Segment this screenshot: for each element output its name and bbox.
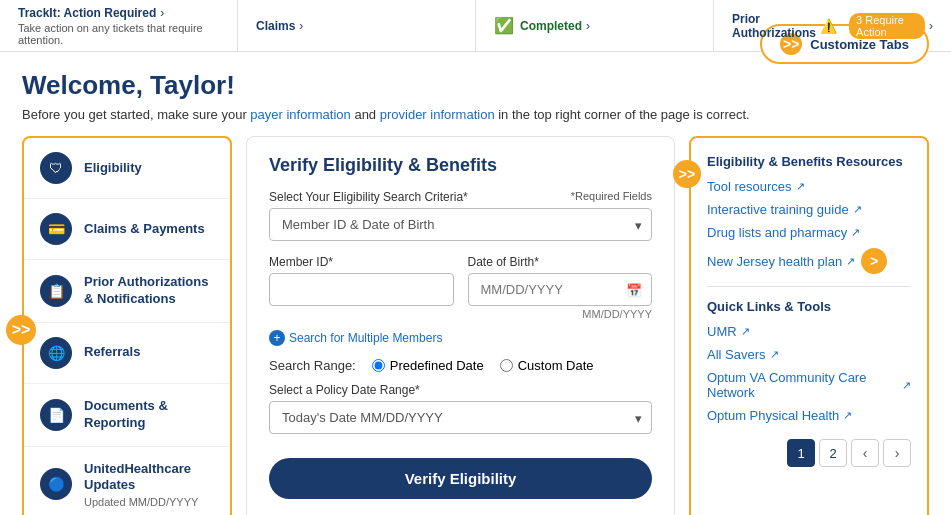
- search-range-row: Search Range: Predefined Date Custom Dat…: [269, 358, 652, 373]
- nj-health-plan-link[interactable]: New Jersey health plan ↗: [707, 254, 855, 269]
- member-dob-row: Member ID* Date of Birth* 📅 MM/DD/YYYY: [269, 255, 652, 320]
- optum-physical-label: Optum Physical Health: [707, 408, 839, 423]
- warning-icon: ⚠️: [820, 18, 837, 34]
- chevron-icon: ›: [160, 6, 164, 20]
- check-icon: ✅: [494, 16, 514, 35]
- nj-health-plan-label: New Jersey health plan: [707, 254, 842, 269]
- policy-date-label: Select a Policy Date Range*: [269, 383, 652, 397]
- documents-icon: 📄: [40, 399, 72, 431]
- optum-physical-link[interactable]: Optum Physical Health ↗: [707, 408, 911, 423]
- predefined-date-radio-label[interactable]: Predefined Date: [372, 358, 484, 373]
- nav-trackit-sub: Take action on any tickets that require …: [18, 22, 219, 46]
- uhc-updates-date: Updated MM/DD/YYYY: [84, 496, 214, 508]
- all-savers-label: All Savers: [707, 347, 766, 362]
- external-link-icon: ↗: [843, 409, 852, 422]
- add-multiple-label: Search for Multiple Members: [289, 331, 442, 345]
- body-layout: >> 🛡 Eligibility 💳 Claims & Payments 📋 P…: [22, 136, 929, 515]
- nav-prior-auth-title: Prior Authorizations: [732, 12, 820, 40]
- add-multiple-members-link[interactable]: + Search for Multiple Members: [269, 330, 652, 346]
- eligibility-label: Eligibility: [84, 160, 142, 177]
- chevron-icon: ›: [586, 19, 590, 33]
- nav-step-completed[interactable]: ✅ Completed ›: [476, 0, 714, 51]
- claims-payments-label: Claims & Payments: [84, 221, 205, 238]
- drug-lists-link[interactable]: Drug lists and pharmacy ↗: [707, 225, 911, 240]
- right-panel-arrow-icon[interactable]: >>: [673, 160, 701, 188]
- custom-date-radio[interactable]: [500, 359, 513, 372]
- external-link-icon: ↗: [853, 203, 862, 216]
- optum-va-label: Optum VA Community Care Network: [707, 370, 898, 400]
- all-savers-link[interactable]: All Savers ↗: [707, 347, 911, 362]
- policy-date-select[interactable]: Today's Date MM/DD/YYYY: [269, 401, 652, 434]
- payer-info-link[interactable]: payer information: [250, 107, 350, 122]
- page-1-button[interactable]: 1: [787, 439, 815, 467]
- nj-health-plan-row: New Jersey health plan ↗ >: [707, 248, 911, 274]
- welcome-title: Welcome, Taylor!: [22, 70, 929, 101]
- dob-input[interactable]: [468, 273, 653, 306]
- sub-after: in the top right corner of the page is c…: [495, 107, 750, 122]
- sidebar-item-uhc-updates[interactable]: 🔵 UnitedHealthcare Updates Updated MM/DD…: [24, 447, 230, 515]
- external-link-icon: ↗: [741, 325, 750, 338]
- referrals-icon: 🌐: [40, 337, 72, 369]
- policy-date-select-wrap: Today's Date MM/DD/YYYY ▾: [269, 401, 652, 434]
- external-link-icon: ↗: [902, 379, 911, 392]
- nav-step-prior-auth[interactable]: Prior Authorizations ⚠️ 3 Require Action…: [714, 0, 951, 51]
- sidebar: >> 🛡 Eligibility 💳 Claims & Payments 📋 P…: [22, 136, 232, 515]
- page-prev-button[interactable]: ‹: [851, 439, 879, 467]
- referrals-label: Referrals: [84, 344, 140, 361]
- nav-step-trackit[interactable]: TrackIt: Action Required › Take action o…: [0, 0, 238, 51]
- chevron-icon: ›: [299, 19, 303, 33]
- umr-link[interactable]: UMR ↗: [707, 324, 911, 339]
- external-link-icon: ↗: [796, 180, 805, 193]
- nj-arrow-button[interactable]: >: [861, 248, 887, 274]
- nav-claims-title: Claims: [256, 19, 295, 33]
- training-guide-link[interactable]: Interactive training guide ↗: [707, 202, 911, 217]
- sidebar-item-documents[interactable]: 📄 Documents & Reporting: [24, 384, 230, 447]
- external-link-icon: ↗: [770, 348, 779, 361]
- external-link-icon: ↗: [846, 255, 855, 268]
- custom-date-radio-label[interactable]: Custom Date: [500, 358, 594, 373]
- page-2-button[interactable]: 2: [819, 439, 847, 467]
- training-guide-label: Interactive training guide: [707, 202, 849, 217]
- custom-date-label: Custom Date: [518, 358, 594, 373]
- sidebar-item-claims-payments[interactable]: 💳 Claims & Payments: [24, 199, 230, 260]
- tool-resources-label: Tool resources: [707, 179, 792, 194]
- drug-lists-label: Drug lists and pharmacy: [707, 225, 847, 240]
- dob-input-wrap: 📅: [468, 273, 653, 306]
- uhc-icon: 🔵: [40, 468, 72, 500]
- umr-label: UMR: [707, 324, 737, 339]
- search-range-label: Search Range:: [269, 358, 356, 373]
- predefined-date-radio[interactable]: [372, 359, 385, 372]
- verify-eligibility-button[interactable]: Verify Eligibility: [269, 458, 652, 499]
- panel-section2-title: Quick Links & Tools: [707, 299, 911, 314]
- criteria-label-row: Select Your Eligibility Search Criteria*…: [269, 190, 652, 204]
- chevron-icon: ›: [929, 19, 933, 33]
- sidebar-item-referrals[interactable]: 🌐 Referrals: [24, 323, 230, 384]
- add-icon: +: [269, 330, 285, 346]
- right-panel: >> Eligibility & Benefits Resources Tool…: [689, 136, 929, 515]
- prior-auth-label: Prior Authorizations & Notifications: [84, 274, 214, 308]
- sidebar-item-prior-auth[interactable]: 📋 Prior Authorizations & Notifications: [24, 260, 230, 323]
- page-next-button[interactable]: ›: [883, 439, 911, 467]
- dob-label: Date of Birth*: [468, 255, 653, 269]
- nav-step-claims[interactable]: Claims ›: [238, 0, 476, 51]
- eligibility-icon: 🛡: [40, 152, 72, 184]
- member-id-label: Member ID*: [269, 255, 454, 269]
- calendar-icon: 📅: [626, 282, 642, 297]
- form-title: Verify Eligibility & Benefits: [269, 155, 652, 176]
- sub-before: Before you get started, make sure your: [22, 107, 250, 122]
- claims-icon: 💳: [40, 213, 72, 245]
- optum-va-link[interactable]: Optum VA Community Care Network ↗: [707, 370, 911, 400]
- tool-resources-link[interactable]: Tool resources ↗: [707, 179, 911, 194]
- criteria-label: Select Your Eligibility Search Criteria*: [269, 190, 468, 204]
- action-badge: 3 Require Action: [849, 13, 925, 39]
- criteria-select[interactable]: Member ID & Date of Birth: [269, 208, 652, 241]
- member-id-input[interactable]: [269, 273, 454, 306]
- criteria-select-wrap: Member ID & Date of Birth ▾: [269, 208, 652, 241]
- dob-col: Date of Birth* 📅 MM/DD/YYYY: [468, 255, 653, 320]
- provider-info-link[interactable]: provider information: [380, 107, 495, 122]
- top-nav: TrackIt: Action Required › Take action o…: [0, 0, 951, 52]
- verify-eligibility-form: Verify Eligibility & Benefits Select You…: [246, 136, 675, 515]
- sidebar-item-eligibility[interactable]: 🛡 Eligibility: [24, 138, 230, 199]
- sidebar-expand-button[interactable]: >>: [6, 315, 36, 345]
- main-content: >> Customize Tabs Welcome, Taylor! Befor…: [0, 52, 951, 515]
